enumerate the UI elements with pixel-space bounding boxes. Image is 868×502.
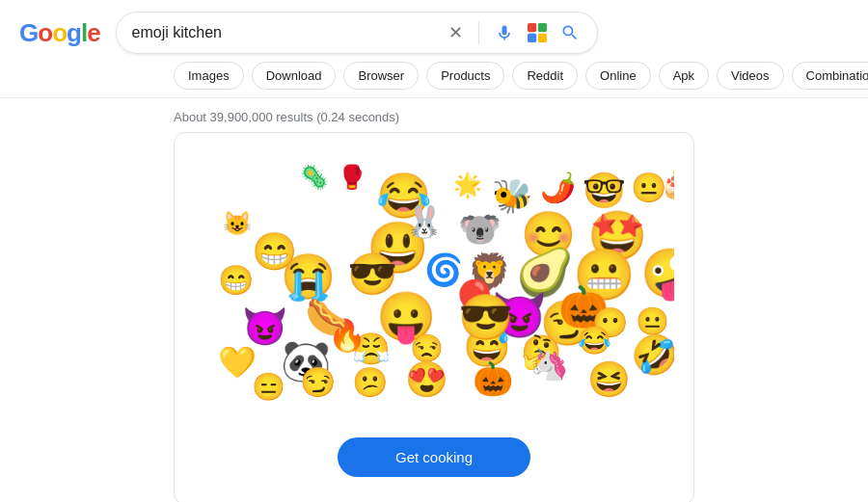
filter-tab-apk[interactable]: Apk: [659, 62, 709, 90]
search-submit-button[interactable]: [558, 21, 582, 44]
filter-tab-combinations[interactable]: Combinations: [792, 62, 868, 90]
emoji-item: 😎: [458, 295, 513, 339]
emoji-item: 😺: [223, 212, 252, 235]
voice-search-button[interactable]: [493, 21, 516, 44]
logo-e: e: [87, 18, 99, 47]
get-cooking-button[interactable]: Get cooking: [338, 437, 530, 477]
results-count: About 39,900,000 results (0.24 seconds): [0, 98, 868, 132]
svg-rect-0: [528, 23, 536, 32]
main-content: 😁🦠🥊😂🌟🐝🌶️🤓😐🎂😃🐨😊🤩😁😭😎🌀🦁🥑😬🤪🐰😏😈🌭😛🎈😈🎃💛🐼😶😐😤😒😅🤔😂…: [0, 132, 868, 502]
clear-button[interactable]: ✕: [447, 20, 465, 45]
emoji-item: 🎂: [660, 169, 674, 198]
filter-tab-online[interactable]: Online: [585, 62, 651, 90]
svg-rect-3: [537, 34, 546, 42]
search-divider: [478, 21, 479, 44]
emoji-item: 😁: [218, 266, 254, 295]
filter-tab-reddit[interactable]: Reddit: [512, 62, 578, 90]
emoji-item: 🎃: [473, 362, 513, 395]
image-search-button[interactable]: [526, 21, 549, 44]
search-icons: ✕: [447, 20, 582, 45]
svg-rect-1: [537, 23, 546, 32]
emoji-item: 🤪: [640, 250, 674, 298]
emoji-item: 😭: [281, 254, 336, 299]
filter-tab-browser[interactable]: Browser: [343, 62, 419, 90]
logo-o1: o: [38, 18, 52, 47]
emoji-item: 😂: [578, 328, 611, 355]
filter-tab-products[interactable]: Products: [426, 62, 504, 90]
emoji-item: 😑: [252, 374, 285, 401]
filter-tab-images[interactable]: Images: [174, 62, 244, 90]
filter-tab-videos[interactable]: Videos: [717, 62, 784, 90]
emoji-item: 🦠: [300, 166, 329, 189]
emoji-canvas: 😁🦠🥊😂🌟🐝🌶️🤓😐🎂😃🐨😊🤩😁😭😎🌀🦁🥑😬🤪🐰😏😈🌭😛🎈😈🎃💛🐼😶😐😤😒😅🤔😂…: [194, 152, 674, 422]
search-input[interactable]: [132, 24, 439, 41]
search-bar: ✕: [116, 12, 598, 54]
emoji-item: 🌟: [453, 173, 482, 197]
emoji-item: 🌶️: [540, 173, 576, 202]
emoji-item: 😆: [587, 362, 631, 397]
emoji-item: 🐰: [405, 206, 444, 237]
google-logo: Google: [19, 18, 100, 48]
header: Google ✕: [0, 0, 868, 54]
emoji-item: 🤣: [631, 335, 674, 374]
emoji-item: 😍: [405, 362, 448, 397]
logo-o2: o: [52, 18, 67, 47]
logo-g2: g: [67, 18, 81, 47]
emoji-item: 🦄: [530, 349, 569, 380]
emoji-item: 🔥: [328, 320, 366, 351]
emoji-item: 😐: [636, 308, 669, 335]
emoji-item: 🐨: [458, 212, 502, 247]
emoji-item: 🥊: [338, 166, 366, 189]
filter-tab-download[interactable]: Download: [252, 62, 337, 90]
emoji-item: 😕: [352, 368, 388, 397]
svg-rect-2: [528, 34, 536, 42]
emoji-kitchen-card: 😁🦠🥊😂🌟🐝🌶️🤓😐🎂😃🐨😊🤩😁😭😎🌀🦁🥑😬🤪🐰😏😈🌭😛🎈😈🎃💛🐼😶😐😤😒😅🤔😂…: [174, 132, 694, 502]
logo-g: G: [19, 18, 38, 47]
emoji-item: 😏: [300, 368, 336, 397]
emoji-item: 🤓: [583, 173, 626, 208]
emoji-item: 🐝: [492, 179, 532, 212]
filter-bar: ImagesDownloadBrowserProductsRedditOnlin…: [0, 54, 868, 98]
